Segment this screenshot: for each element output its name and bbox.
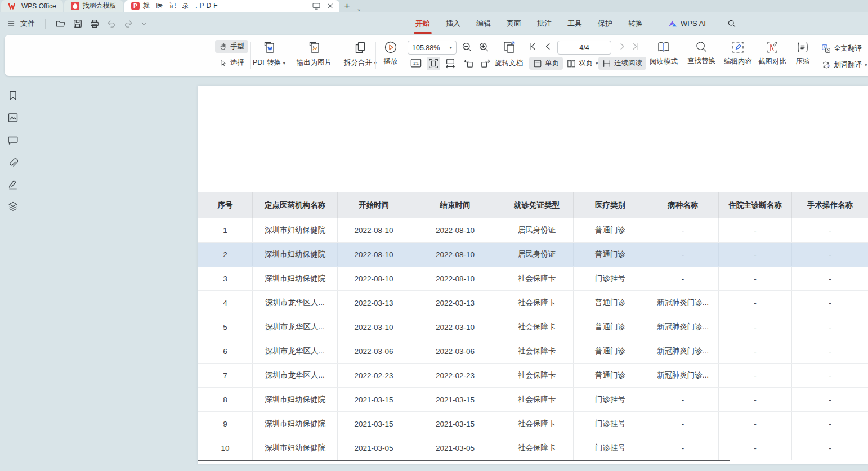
single-page-button[interactable]: 单页	[529, 57, 563, 70]
rotate-right-button[interactable]	[480, 58, 491, 69]
table-cell: -	[647, 267, 719, 290]
table-cell: 新冠肺炎门诊...	[647, 339, 719, 363]
table-cell: 2022-08-10	[410, 243, 500, 266]
table-cell: 2022-03-10	[410, 315, 500, 339]
wps-ai-button[interactable]: WPS AI	[668, 19, 706, 28]
table-cell: 深圳市妇幼保健院	[253, 218, 338, 242]
edit-content-button[interactable]: 编辑内容	[721, 41, 755, 66]
table-cell: 新冠肺炎门诊...	[647, 315, 719, 339]
actual-size-button[interactable]: 1:1	[410, 58, 422, 68]
table-cell: 7	[198, 364, 253, 387]
tab-label: WPS Office	[21, 2, 56, 10]
double-page-button[interactable]: 双页 ▾	[563, 57, 602, 70]
rotate-left-button[interactable]	[463, 58, 475, 69]
hand-tool-button[interactable]: 手型	[215, 40, 248, 53]
menu-item[interactable]: 转换	[628, 12, 643, 35]
table-cell: 普通门诊	[574, 315, 647, 339]
export-as-image-button[interactable]: 输出为图片	[290, 41, 338, 68]
new-tab-button[interactable]: +	[339, 1, 354, 12]
single-page-icon	[533, 59, 542, 68]
compress-button[interactable]: 压缩	[790, 41, 815, 66]
ribbon-toolbar: 手型 选择 PDF转换 ▾ 输出为图片 拆分	[5, 35, 868, 76]
export-image-label: 输出为图片	[297, 58, 332, 68]
fit-width-button[interactable]	[445, 58, 456, 69]
menu-item[interactable]: 页面	[506, 12, 522, 35]
tab-list-chevron-icon[interactable]: ⌄	[354, 6, 363, 12]
divider	[45, 19, 46, 29]
table-cell: 4	[198, 291, 253, 315]
play-slideshow-button[interactable]: 播放	[378, 41, 403, 66]
select-tool-label: 选择	[230, 58, 244, 68]
zoom-in-button[interactable]	[478, 42, 489, 52]
last-page-button[interactable]	[632, 42, 640, 51]
table-cell: -	[792, 267, 868, 290]
layers-icon[interactable]	[7, 201, 19, 212]
pages-swap-icon	[502, 40, 517, 55]
fit-page-button[interactable]	[427, 57, 440, 70]
bookmark-icon[interactable]	[7, 90, 19, 101]
table-cell: 普通门诊	[574, 364, 647, 387]
rotate-document-button[interactable]: 旋转文档	[495, 59, 523, 68]
pdf-convert-button[interactable]: PDF转换 ▾	[248, 41, 290, 68]
table-cell: 5	[198, 315, 253, 339]
next-page-button[interactable]	[618, 42, 627, 51]
read-mode-label: 阅读模式	[650, 57, 678, 66]
find-replace-button[interactable]: 查找替换	[683, 41, 720, 66]
redo-icon[interactable]	[123, 19, 133, 29]
table-cell: 深圳市妇幼保健院	[253, 436, 338, 460]
zoom-out-button[interactable]	[462, 42, 472, 52]
signature-pen-icon[interactable]	[7, 178, 19, 190]
close-tab-icon[interactable]	[325, 3, 335, 9]
tab-document-pdf[interactable]: P 就 医 记 录 .PDF	[124, 0, 340, 12]
table-header-cell: 住院主诊断名称	[719, 192, 792, 218]
tab-docer-templates[interactable]: 找稻壳模板	[64, 0, 123, 12]
comment-icon[interactable]	[7, 134, 19, 146]
print-icon[interactable]	[90, 19, 100, 29]
split-merge-label: 拆分合并	[344, 59, 372, 66]
screenshot-compare-button[interactable]: 截图对比	[755, 41, 789, 66]
table-row: 6深圳市龙华区人...2022-03-062022-03-06社会保障卡普通门诊…	[198, 339, 868, 364]
present-to-screen-icon[interactable]	[311, 3, 322, 10]
table-cell: 社会保障卡	[500, 291, 574, 315]
pdf-page[interactable]: 序号定点医药机构名称开始时间结束时间就诊凭证类型医疗类别病种名称住院主诊断名称手…	[198, 86, 868, 464]
file-menu-button[interactable]: 文件	[7, 19, 35, 29]
word-translate-icon: A	[821, 60, 831, 70]
export-image-icon	[307, 41, 321, 55]
menu-item[interactable]: 保护	[597, 12, 613, 35]
search-icon[interactable]	[727, 19, 736, 28]
read-mode-button[interactable]: 阅读模式	[646, 41, 681, 66]
previous-page-button[interactable]	[544, 42, 552, 51]
replace-pages-button[interactable]	[502, 40, 517, 55]
undo-icon[interactable]	[106, 19, 117, 29]
split-merge-button[interactable]: 拆分合并 ▾	[338, 41, 383, 68]
tab-wps-home[interactable]: WPS Office	[1, 0, 63, 12]
table-cell: -	[647, 412, 719, 436]
fit-width-icon	[445, 58, 456, 69]
compress-icon	[796, 41, 809, 54]
continuous-reading-button[interactable]: 连续阅读	[598, 57, 646, 70]
menu-item[interactable]: 工具	[567, 12, 583, 35]
page-number-input[interactable]: 4/4	[557, 41, 611, 55]
table-cell: 9	[198, 412, 253, 436]
table-cell: 2022-08-10	[410, 267, 500, 290]
find-replace-label: 查找替换	[687, 56, 715, 66]
menu-item[interactable]: 开始	[415, 12, 431, 35]
select-tool-button[interactable]: 选择	[215, 56, 248, 69]
open-folder-icon[interactable]	[56, 19, 66, 29]
page-indicator-value: 4/4	[579, 44, 589, 52]
continuous-reading-icon	[602, 59, 611, 68]
menu-item[interactable]: 批注	[536, 12, 552, 35]
thumbnail-icon[interactable]	[7, 112, 19, 123]
menu-item[interactable]: 编辑	[476, 12, 491, 35]
divider	[158, 19, 158, 29]
menu-item[interactable]: 插入	[445, 12, 461, 35]
word-translate-button[interactable]: A 划词翻译 ▾	[817, 59, 868, 71]
rotate-left-icon	[463, 58, 475, 69]
first-page-button[interactable]	[528, 42, 536, 51]
tab-bar: WPS Office 找稻壳模板 P 就 医 记 录 .PDF + ⌄	[0, 0, 868, 12]
zoom-level-combo[interactable]: 105.88% ▾	[408, 41, 457, 55]
full-text-translate-button[interactable]: A 全文翻译	[817, 42, 866, 55]
attachment-icon[interactable]	[7, 157, 19, 168]
chevron-down-icon[interactable]	[140, 19, 147, 29]
save-icon[interactable]	[73, 19, 83, 29]
